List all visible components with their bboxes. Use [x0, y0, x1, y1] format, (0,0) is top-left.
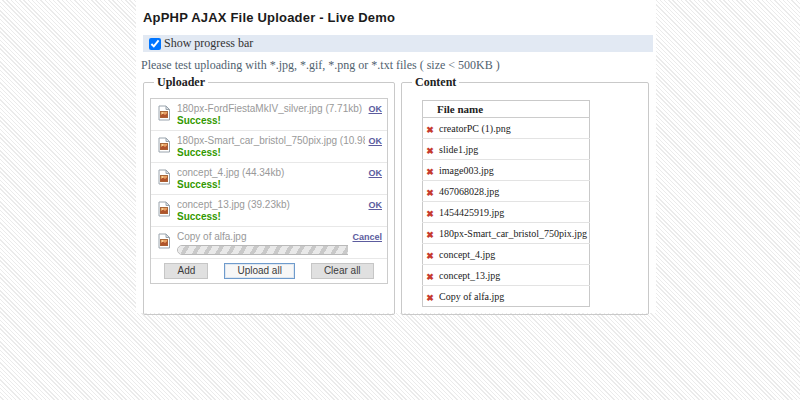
content-filename: 1454425919.jpg — [437, 202, 590, 223]
upload-queue-row: concept_4.jpg (44.34kb) Success! OK — [151, 163, 387, 195]
content-file-row: ✖ creatorPC (1).png — [423, 118, 590, 139]
upload-filename: concept_13.jpg (39.23kb) — [177, 199, 365, 211]
add-button[interactable]: Add — [164, 263, 208, 279]
delete-file-icon[interactable]: ✖ — [425, 251, 435, 261]
delete-cell: ✖ — [423, 160, 438, 181]
ok-link[interactable]: OK — [369, 104, 383, 114]
content-file-row: ✖ 467068028.jpg — [423, 181, 590, 202]
image-file-icon — [156, 169, 172, 189]
image-file-icon — [156, 201, 172, 221]
content-file-table: File name ✖ creatorPC (1).png ✖ slide1.j… — [422, 100, 590, 307]
uploader-fieldset: Uploader 180px-FordFiestaMkIV_silver.jpg… — [143, 75, 395, 315]
upload-progress-fill — [178, 246, 348, 254]
content-file-row: ✖ slide1.jpg — [423, 139, 590, 160]
upload-file-info: concept_4.jpg (44.34kb) Success! — [177, 167, 365, 191]
image-file-icon — [156, 137, 172, 157]
upload-filename: 180px-FordFiestaMkIV_silver.jpg (7.71kb) — [177, 103, 365, 115]
content-filename: creatorPC (1).png — [437, 118, 590, 139]
delete-file-icon[interactable]: ✖ — [425, 167, 435, 177]
content-legend: Content — [412, 75, 459, 90]
delete-file-icon[interactable]: ✖ — [425, 209, 435, 219]
cancel-link[interactable]: Cancel — [352, 232, 382, 242]
show-progress-option-bar: Show progress bar — [143, 35, 653, 52]
upload-hint-text: Please test uploading with *.jpg, *.gif,… — [141, 58, 656, 73]
content-filename: slide1.jpg — [437, 139, 590, 160]
content-filename: concept_4.jpg — [437, 244, 590, 265]
file-name-column-header: File name — [423, 101, 590, 118]
uploader-legend: Uploader — [154, 75, 208, 90]
delete-cell: ✖ — [423, 181, 438, 202]
uploader-button-bar: Add Upload all Clear all — [151, 259, 387, 283]
ok-link[interactable]: OK — [369, 136, 383, 146]
ok-link[interactable]: OK — [369, 200, 383, 210]
content-file-row: ✖ Copy of alfa.jpg — [423, 286, 590, 307]
delete-cell: ✖ — [423, 223, 438, 244]
upload-queue-row: concept_13.jpg (39.23kb) Success! OK — [151, 195, 387, 227]
delete-cell: ✖ — [423, 139, 438, 160]
image-file-icon — [156, 105, 172, 125]
upload-file-info: concept_13.jpg (39.23kb) Success! — [177, 199, 365, 223]
content-filename: 180px-Smart_car_bristol_750pix.jpg — [437, 223, 590, 244]
delete-file-icon[interactable]: ✖ — [425, 272, 435, 282]
delete-file-icon[interactable]: ✖ — [425, 230, 435, 240]
upload-status-success: Success! — [177, 179, 365, 191]
image-file-icon — [156, 233, 172, 253]
upload-status-success: Success! — [177, 211, 365, 223]
delete-file-icon[interactable]: ✖ — [425, 293, 435, 303]
upload-file-info: 180px-FordFiestaMkIV_silver.jpg (7.71kb)… — [177, 103, 365, 127]
upload-all-button[interactable]: Upload all — [224, 263, 294, 279]
content-file-row: ✖ concept_13.jpg — [423, 265, 590, 286]
clear-all-button[interactable]: Clear all — [311, 263, 374, 279]
delete-cell: ✖ — [423, 286, 438, 307]
upload-progress-bar — [177, 245, 348, 255]
content-filename: Copy of alfa.jpg — [437, 286, 590, 307]
ok-link[interactable]: OK — [369, 168, 383, 178]
upload-queue-row: 180px-Smart_car_bristol_750pix.jpg (10.9… — [151, 131, 387, 163]
delete-file-icon[interactable]: ✖ — [425, 125, 435, 135]
upload-queue-row-uploading: Copy of alfa.jpg Cancel — [151, 227, 387, 259]
uploading-file-info: Copy of alfa.jpg — [177, 231, 348, 255]
content-fieldset: Content File name ✖ creatorPC (1).png ✖ … — [401, 75, 649, 315]
show-progress-checkbox[interactable] — [149, 38, 161, 50]
upload-filename: concept_4.jpg (44.34kb) — [177, 167, 365, 179]
content-file-row: ✖ concept_4.jpg — [423, 244, 590, 265]
uploading-filename: Copy of alfa.jpg — [177, 231, 348, 243]
upload-file-info: 180px-Smart_car_bristol_750pix.jpg (10.9… — [177, 135, 365, 159]
delete-cell: ✖ — [423, 265, 438, 286]
delete-cell: ✖ — [423, 202, 438, 223]
page-container: ApPHP AJAX File Uploader - Live Demo Sho… — [136, 0, 656, 313]
delete-cell: ✖ — [423, 244, 438, 265]
show-progress-label: Show progress bar — [164, 36, 253, 51]
upload-status-success: Success! — [177, 115, 365, 127]
content-file-row: ✖ 180px-Smart_car_bristol_750pix.jpg — [423, 223, 590, 244]
delete-cell: ✖ — [423, 118, 438, 139]
delete-file-icon[interactable]: ✖ — [425, 188, 435, 198]
upload-status-success: Success! — [177, 147, 365, 159]
content-file-row: ✖ image003.jpg — [423, 160, 590, 181]
panes: Uploader 180px-FordFiestaMkIV_silver.jpg… — [143, 75, 656, 315]
content-filename: concept_13.jpg — [437, 265, 590, 286]
upload-queue-rows: 180px-FordFiestaMkIV_silver.jpg (7.71kb)… — [151, 99, 387, 227]
content-filename: image003.jpg — [437, 160, 590, 181]
content-file-row: ✖ 1454425919.jpg — [423, 202, 590, 223]
delete-file-icon[interactable]: ✖ — [425, 146, 435, 156]
upload-queue-box: 180px-FordFiestaMkIV_silver.jpg (7.71kb)… — [150, 98, 388, 284]
content-filename: 467068028.jpg — [437, 181, 590, 202]
upload-filename: 180px-Smart_car_bristol_750pix.jpg (10.9… — [177, 135, 365, 147]
page-title: ApPHP AJAX File Uploader - Live Demo — [143, 10, 656, 25]
upload-queue-row: 180px-FordFiestaMkIV_silver.jpg (7.71kb)… — [151, 99, 387, 131]
